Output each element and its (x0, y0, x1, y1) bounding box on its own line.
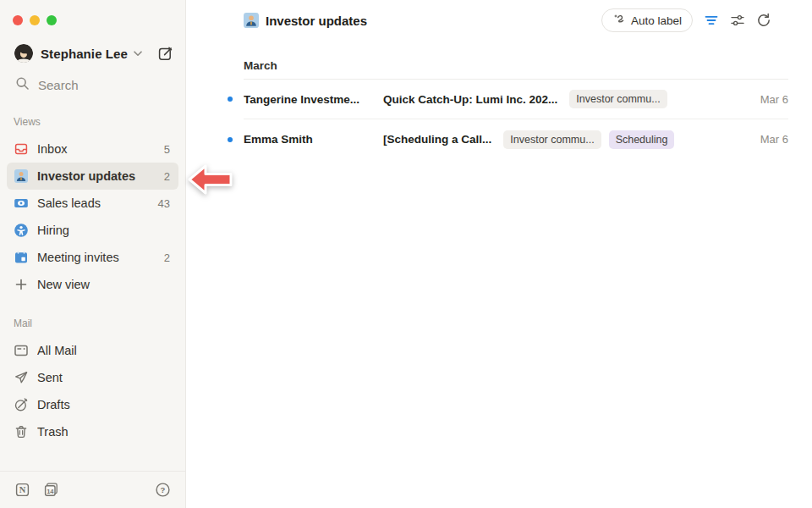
email-tags: Investor commu... (569, 90, 667, 108)
svg-text:?: ? (161, 485, 166, 494)
auto-label-wand-icon (612, 13, 626, 29)
minimize-window-button[interactable] (30, 15, 40, 25)
unread-dot (228, 137, 233, 142)
sidebar-item-drafts[interactable]: Drafts (7, 391, 178, 418)
investor-emoji-icon (14, 168, 29, 184)
sidebar-footer: N 14 ? (0, 471, 185, 508)
inbox-tray-icon (14, 141, 29, 157)
chevron-down-icon (134, 51, 142, 57)
mail-app-window: Stephanie Lee Search Vie (0, 0, 812, 508)
zoom-window-button[interactable] (47, 15, 57, 25)
tag-investor-communications: Investor commu... (503, 130, 601, 149)
sidebar-item-label: New view (37, 278, 162, 291)
sidebar-item-hiring[interactable]: Hiring (7, 217, 178, 244)
email-subject: Quick Catch-Up: Lumi Inc. 202... (383, 93, 557, 106)
new-view-button[interactable]: New view (7, 271, 178, 298)
envelope-icon (14, 343, 29, 358)
sidebar-item-label: All Mail (37, 344, 170, 357)
group-label: March (244, 59, 277, 72)
email-sender: Emma Smith (244, 133, 383, 146)
close-window-button[interactable] (13, 15, 23, 25)
svg-text:14: 14 (47, 488, 54, 495)
sidebar-nav: Views Inbox 5 (7, 113, 178, 445)
investor-emoji-icon (244, 13, 259, 28)
sidebar-item-label: Sales leads (37, 196, 150, 210)
sidebar-item-sales-leads[interactable]: Sales leads 43 (7, 190, 178, 217)
trash-icon (14, 424, 29, 439)
email-row[interactable]: Tangerine Investme... Quick Catch-Up: Lu… (244, 80, 788, 119)
mail-section: Mail All Mail (7, 315, 178, 445)
sliders-icon[interactable] (730, 13, 745, 28)
search-input[interactable]: Search (15, 76, 79, 93)
email-row[interactable]: Emma Smith [Scheduling a Call... Investo… (244, 119, 788, 159)
search-placeholder: Search (38, 78, 79, 92)
help-icon[interactable]: ? (155, 482, 171, 498)
unread-count-badge: 2 (164, 170, 170, 183)
sidebar-item-label: Hiring (37, 224, 162, 237)
sidebar-item-label: Meeting invites (37, 251, 156, 264)
email-tags: Investor commu... Scheduling (503, 130, 674, 149)
avatar (14, 44, 33, 63)
filter-icon[interactable] (704, 13, 719, 28)
auto-label-button[interactable]: Auto label (601, 8, 693, 32)
view-header: Investor updates Auto label (187, 0, 812, 41)
calendar-app-icon[interactable]: 14 (43, 482, 59, 498)
compose-icon[interactable] (157, 46, 173, 62)
unread-count-badge: 2 (164, 251, 170, 264)
sidebar-item-label: Trash (37, 425, 170, 439)
views-section-label: Views (7, 113, 178, 130)
sidebar-item-label: Sent (37, 371, 170, 384)
sidebar-item-all-mail[interactable]: All Mail (7, 337, 178, 364)
email-date: Mar 6 (760, 133, 788, 146)
sidebar-item-label: Investor updates (37, 169, 156, 183)
calendar-icon (14, 250, 29, 265)
sidebar-item-trash[interactable]: Trash (7, 418, 178, 445)
mail-section-label: Mail (7, 315, 178, 332)
unread-dot (228, 97, 233, 102)
svg-text:N: N (19, 485, 26, 494)
email-sender: Tangerine Investme... (244, 93, 383, 106)
sidebar-item-meeting-invites[interactable]: Meeting invites 2 (7, 244, 178, 271)
sidebar-item-investor-updates[interactable]: Investor updates 2 (7, 163, 178, 190)
notion-logo-icon[interactable]: N (14, 482, 30, 498)
page-title: Investor updates (266, 14, 367, 28)
search-icon (15, 76, 30, 93)
email-subject: [Scheduling a Call... (383, 133, 491, 146)
header-actions: Auto label (601, 8, 771, 32)
sidebar-item-label: Inbox (37, 142, 156, 156)
banknote-icon (14, 196, 29, 211)
unread-count-badge: 5 (164, 143, 170, 156)
unread-count-badge: 43 (158, 197, 170, 210)
window-controls (13, 15, 57, 25)
refresh-icon[interactable] (756, 13, 771, 28)
sidebar-item-label: Drafts (37, 398, 170, 411)
account-switcher[interactable]: Stephanie Lee (14, 42, 173, 64)
draft-pencil-icon (14, 397, 29, 412)
auto-label-label: Auto label (631, 14, 682, 27)
sidebar: Stephanie Lee Search Vie (0, 0, 186, 508)
person-circle-icon (14, 223, 29, 238)
paper-plane-icon (14, 370, 29, 385)
plus-icon (14, 277, 29, 292)
sidebar-item-sent[interactable]: Sent (7, 364, 178, 391)
user-name: Stephanie Lee (41, 47, 128, 61)
main-pane: Investor updates Auto label (187, 0, 812, 508)
sidebar-item-inbox[interactable]: Inbox 5 (7, 135, 178, 163)
group-header: March (244, 41, 788, 80)
email-list: March Tangerine Investme... Quick Catch-… (244, 41, 788, 159)
email-date: Mar 6 (760, 93, 788, 106)
tag-investor-communications: Investor commu... (569, 90, 667, 108)
tag-scheduling: Scheduling (609, 130, 675, 149)
